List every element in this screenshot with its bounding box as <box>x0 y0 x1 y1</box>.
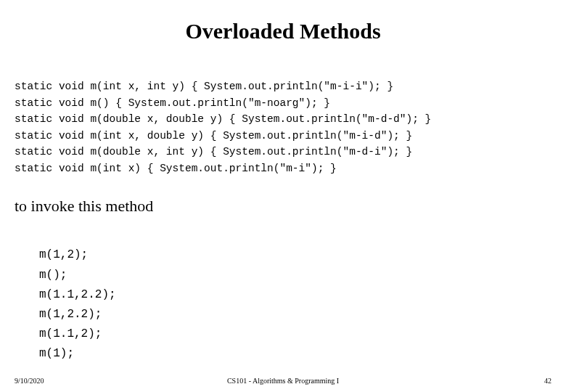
slide-title: Overloaded Methods <box>13 19 553 44</box>
code-line: m(1.1,2.2); <box>39 288 116 301</box>
invocation-block: m(1,2); m(); m(1.1,2.2); m(1,2.2); m(1.1… <box>39 226 553 364</box>
footer-course: CS101 - Algorithms & Programming I <box>0 377 566 385</box>
code-line: m(); <box>39 269 67 282</box>
code-line: static void m(double x, int y) { System.… <box>15 146 412 158</box>
subheading: to invoke this method <box>15 197 553 216</box>
code-line: static void m(int x) { System.out.printl… <box>15 163 337 174</box>
footer-page: 42 <box>544 377 551 385</box>
method-declarations-block: static void m(int x, int y) { System.out… <box>15 62 553 176</box>
code-line: static void m(int x, int y) { System.out… <box>15 81 393 92</box>
code-line: static void m(int x, double y) { System.… <box>15 130 412 142</box>
code-line: m(1.1,2); <box>39 327 102 340</box>
code-line: m(1,2); <box>39 248 88 261</box>
code-line: static void m() { System.out.println("m-… <box>15 97 330 109</box>
code-line: m(1); <box>39 347 74 360</box>
slide: Overloaded Methods static void m(int x, … <box>0 0 566 392</box>
code-line: m(1,2.2); <box>39 308 102 321</box>
code-line: static void m(double x, double y) { Syst… <box>15 113 431 125</box>
